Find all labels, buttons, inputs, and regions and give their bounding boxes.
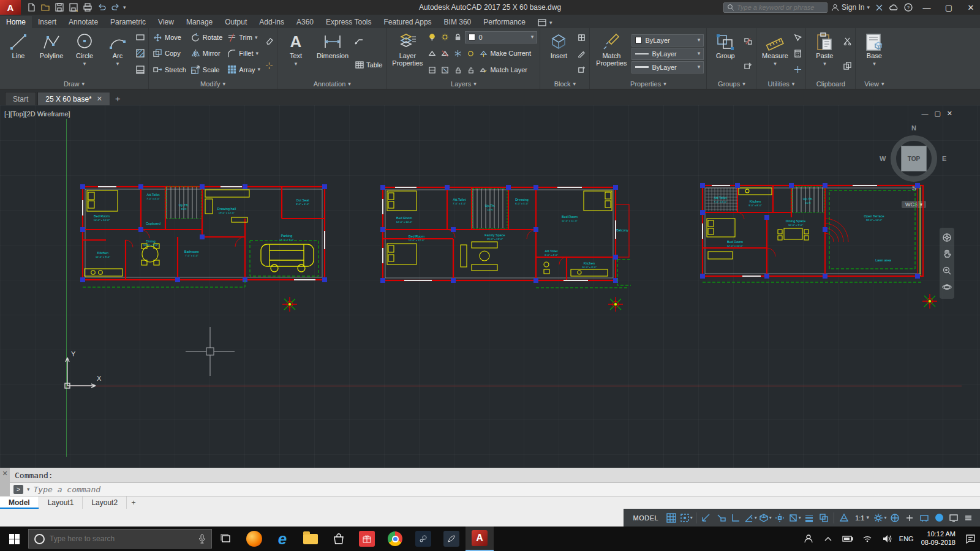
ribbon-display-dropdown-icon[interactable]: ▾ bbox=[549, 20, 552, 26]
new-tab-icon[interactable]: ＋ bbox=[111, 93, 124, 105]
help-search-input[interactable] bbox=[737, 4, 816, 11]
drawing-area[interactable]: [-][Top][2D Wireframe] — ▢ ✕ N W E S TOP… bbox=[0, 105, 980, 468]
layer-properties-button[interactable]: Layer Properties bbox=[390, 29, 425, 78]
tab-manage[interactable]: Manage bbox=[180, 16, 219, 28]
layer-off-icon[interactable] bbox=[426, 32, 437, 43]
table-button[interactable]: Table bbox=[353, 57, 384, 72]
base-button[interactable]: Base▾ bbox=[858, 29, 890, 78]
autocad-taskbar-icon[interactable]: A bbox=[466, 527, 494, 551]
array-button[interactable]: Array▾ bbox=[225, 62, 262, 77]
viewcube-west[interactable]: W bbox=[880, 155, 886, 162]
pan-icon[interactable] bbox=[942, 249, 952, 261]
viewcube-east[interactable]: E bbox=[942, 155, 946, 162]
autocad-app-menu-icon[interactable]: A bbox=[0, 0, 21, 15]
taskbar-search-input[interactable] bbox=[50, 534, 194, 543]
floor-plan-2[interactable]: Bed Room 12'-0" x 10'-0" Att.Toilet 7'-0… bbox=[380, 184, 631, 293]
tab-home[interactable]: Home bbox=[0, 16, 32, 28]
firefox-icon[interactable] bbox=[240, 527, 268, 551]
battery-icon[interactable] bbox=[838, 536, 858, 542]
vp-restore-icon[interactable]: ▢ bbox=[934, 110, 940, 118]
open-file-icon[interactable] bbox=[39, 1, 52, 13]
paste-button[interactable]: Paste▾ bbox=[809, 29, 840, 78]
annotation-panel-label[interactable]: Annotation▾ bbox=[277, 79, 386, 89]
tab-output[interactable]: Output bbox=[219, 16, 253, 28]
dynamic-input-icon[interactable] bbox=[714, 511, 728, 525]
gradient-tool-icon[interactable] bbox=[135, 64, 146, 75]
layer-lock-icon[interactable] bbox=[452, 32, 463, 43]
layer-select-dropdown[interactable]: 0 ▾ bbox=[465, 31, 537, 43]
action-center-icon[interactable] bbox=[960, 534, 980, 544]
plot-icon[interactable] bbox=[81, 1, 94, 13]
object-snap-tracking-icon[interactable] bbox=[773, 511, 786, 525]
help-search-box[interactable] bbox=[723, 2, 827, 13]
tab-layout2[interactable]: Layout2 bbox=[83, 497, 127, 509]
hatch-tool-icon[interactable] bbox=[135, 48, 146, 59]
leader-tool-icon[interactable] bbox=[353, 35, 364, 46]
layer-lock-tool-icon[interactable] bbox=[452, 64, 463, 75]
store-icon[interactable] bbox=[325, 527, 353, 551]
layer-off-tool-icon[interactable] bbox=[465, 48, 476, 59]
quick-select-icon[interactable] bbox=[792, 32, 803, 43]
annotation-monitor-icon[interactable] bbox=[888, 511, 902, 525]
redo-icon[interactable] bbox=[109, 1, 123, 13]
match-layer-button[interactable]: Match Layer bbox=[478, 62, 529, 78]
close-button[interactable]: ✕ bbox=[962, 0, 980, 15]
line-button[interactable]: Line bbox=[2, 29, 34, 78]
edge-icon[interactable]: e bbox=[268, 527, 296, 551]
clean-screen-icon[interactable] bbox=[947, 511, 960, 525]
id-point-icon[interactable] bbox=[792, 64, 803, 75]
orbit-icon[interactable] bbox=[942, 282, 952, 294]
command-icon[interactable]: > bbox=[13, 485, 23, 494]
zoom-icon[interactable] bbox=[942, 266, 952, 277]
layer-unlock-tool-icon[interactable] bbox=[465, 64, 476, 75]
group-button[interactable]: Group bbox=[709, 29, 741, 78]
people-icon[interactable] bbox=[799, 534, 818, 544]
undo-icon[interactable] bbox=[95, 1, 108, 13]
move-button[interactable]: Move bbox=[151, 30, 188, 45]
annotation-visibility-icon[interactable] bbox=[837, 511, 851, 525]
stretch-button[interactable]: Stretch bbox=[151, 62, 188, 77]
viewcube-top-face[interactable]: TOP bbox=[901, 146, 927, 171]
tab-express-tools[interactable]: Express Tools bbox=[320, 16, 377, 28]
scale-button[interactable]: Scale bbox=[189, 62, 224, 77]
hardware-acceleration-icon[interactable] bbox=[918, 511, 931, 525]
file-tab-start[interactable]: Start bbox=[5, 92, 36, 105]
tab-insert[interactable]: Insert bbox=[32, 16, 62, 28]
ungroup-icon[interactable] bbox=[742, 36, 753, 47]
polar-tracking-icon[interactable]: ▾ bbox=[744, 511, 757, 525]
lineweight-dropdown[interactable]: ByLayer▾ bbox=[631, 61, 704, 73]
layer-walk-icon[interactable] bbox=[426, 64, 437, 75]
erase-tool-icon[interactable] bbox=[263, 36, 274, 47]
arc-button[interactable]: Arc▾ bbox=[102, 29, 134, 78]
utilities-panel-label[interactable]: Utilities▾ bbox=[756, 79, 805, 89]
match-properties-button[interactable]: Match Properties bbox=[592, 29, 630, 78]
close-tab-icon[interactable]: ✕ bbox=[97, 95, 102, 103]
lineweight-icon[interactable] bbox=[802, 511, 816, 525]
maximize-button[interactable]: ▢ bbox=[940, 0, 958, 15]
rectangle-tool-icon[interactable] bbox=[135, 32, 146, 43]
a360-cloud-icon[interactable] bbox=[888, 2, 899, 13]
chrome-icon[interactable] bbox=[381, 527, 409, 551]
help-icon[interactable]: ? bbox=[903, 2, 914, 13]
qat-dropdown-icon[interactable]: ▾ bbox=[123, 5, 126, 10]
layer-vp-freeze-icon[interactable] bbox=[439, 64, 450, 75]
annotation-scale-control[interactable]: 1:1▾ bbox=[852, 514, 872, 522]
graphics-performance-icon[interactable] bbox=[932, 511, 946, 525]
viewport-controls[interactable]: [-][Top][2D Wireframe] bbox=[4, 110, 70, 118]
new-layout-icon[interactable]: + bbox=[127, 497, 140, 509]
layer-freeze-tool-icon[interactable] bbox=[452, 48, 463, 59]
snap-mode-icon[interactable]: ▾ bbox=[679, 511, 693, 525]
taskbar-search-box[interactable] bbox=[28, 529, 212, 549]
dimension-button[interactable]: Dimension bbox=[313, 29, 352, 78]
start-button[interactable] bbox=[0, 527, 28, 551]
survey-marker[interactable] bbox=[922, 293, 938, 309]
customization-plus-icon[interactable] bbox=[903, 511, 916, 525]
floor-plan-3[interactable]: Att.Toilet 7'-0" x 4'-0" Kitchen 9'-0" x… bbox=[699, 181, 927, 286]
workspace-switching-icon[interactable]: ▾ bbox=[873, 511, 887, 525]
red-app-icon[interactable] bbox=[353, 527, 381, 551]
view-panel-label[interactable]: View▾ bbox=[856, 79, 892, 89]
polyline-button[interactable]: Polyline bbox=[36, 29, 67, 78]
tab-view[interactable]: View bbox=[152, 16, 180, 28]
floor-plan-1[interactable]: Bed Room 14'-0" x 10'-0" Att.Toilet 7'-0… bbox=[80, 182, 328, 295]
taskbar-clock[interactable]: 10:12 AM 08-09-2018 bbox=[916, 530, 960, 547]
